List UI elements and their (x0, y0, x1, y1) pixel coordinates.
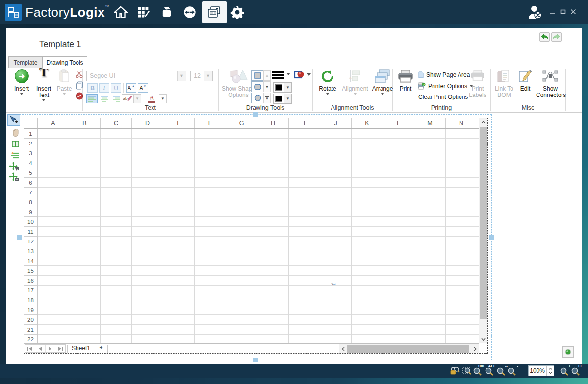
font-color-dropdown[interactable]: ▼ (159, 94, 167, 103)
row-header[interactable]: 12 (24, 237, 37, 246)
selection-handle-top[interactable] (253, 112, 258, 117)
zoom-100-button[interactable]: 100 (472, 365, 483, 376)
zoom-spin-buttons[interactable] (546, 366, 554, 376)
rotate-button[interactable]: Rotate (316, 69, 339, 96)
clear-print-options-button[interactable]: Clear Print Options (418, 94, 468, 100)
printer-options-button[interactable]: ? Printer Options (417, 82, 473, 90)
gallery-up-button[interactable]: ▲ (263, 70, 271, 81)
template-name-input[interactable]: Template 1 (33, 39, 181, 51)
add-sheet-button[interactable]: + (96, 344, 106, 351)
row-header[interactable]: 4 (24, 158, 37, 168)
selection-handle-left[interactable] (17, 235, 22, 240)
vertical-scroll-thumb[interactable] (480, 127, 487, 319)
cut-icon[interactable] (75, 70, 83, 79)
italic-button[interactable]: I (99, 83, 109, 93)
column-header[interactable]: C (101, 118, 132, 128)
font-size-combobox[interactable]: 12 ▼ (190, 71, 213, 81)
column-header[interactable]: L (383, 118, 414, 128)
minimize-button[interactable] (548, 8, 557, 17)
redo-button[interactable] (551, 32, 562, 42)
row-header[interactable]: 19 (24, 305, 37, 315)
column-header[interactable]: J (320, 118, 352, 128)
shape-fill-dropdown[interactable] (307, 73, 311, 78)
cell-grid[interactable] (38, 129, 479, 343)
insert-button[interactable]: ➜ Insert (11, 69, 32, 96)
vertical-scrollbar[interactable] (479, 118, 487, 343)
print-button[interactable]: Print (395, 69, 416, 92)
gallery-more-button[interactable]: ▼ (263, 93, 271, 103)
zoom-in-fast-button[interactable]: ++ (570, 365, 581, 376)
link-to-bom-button[interactable]: Link To BOM (493, 69, 515, 98)
column-header[interactable]: A (38, 118, 69, 128)
shape-square-button[interactable] (251, 70, 264, 81)
text-object[interactable]: Text (328, 283, 339, 286)
row-header[interactable]: 1 (24, 129, 37, 139)
shape-ellipse-button[interactable] (251, 93, 264, 103)
row-header[interactable]: 3 (24, 148, 37, 158)
font-name-combobox[interactable]: Segoe UI ▼ (86, 71, 186, 81)
row-header[interactable]: 16 (24, 276, 37, 286)
line-color-combobox[interactable]: ▼ (273, 82, 292, 93)
fill-color-combobox[interactable]: ▼ (273, 94, 292, 104)
scroll-up-button[interactable] (479, 118, 487, 126)
column-header[interactable]: B (69, 118, 101, 128)
align-right-button[interactable] (111, 94, 122, 103)
show-page-area-button[interactable]: Show Page Area (418, 71, 470, 78)
show-connectors-button[interactable]: Show Connectors (536, 69, 564, 98)
scroll-right-button[interactable] (471, 345, 479, 353)
select-all-corner[interactable] (24, 118, 38, 129)
move-cell-tool[interactable] (8, 171, 20, 182)
align-center-button[interactable] (99, 94, 110, 103)
row-header[interactable]: 14 (24, 256, 37, 266)
column-header[interactable]: I (289, 118, 320, 128)
home-icon[interactable] (113, 5, 128, 20)
templates-icon-active[interactable] (202, 1, 227, 23)
column-headers[interactable]: ABCDEFGHIJKLMN (38, 118, 479, 129)
sheet-tab[interactable]: Sheet1 (69, 345, 93, 352)
pointer-tool[interactable] (7, 114, 20, 126)
row-header[interactable]: 15 (24, 266, 37, 276)
user-logout-icon[interactable] (527, 5, 543, 20)
line-style-dropdown[interactable] (286, 73, 290, 77)
column-header[interactable]: K (352, 118, 383, 128)
zoom-out-button[interactable]: - (507, 365, 517, 376)
selection-handle-bottom[interactable] (253, 358, 258, 362)
prev-sheet-button[interactable] (35, 345, 46, 352)
highlight-button[interactable]: ab (122, 94, 133, 103)
edit-button[interactable]: Edit (516, 69, 534, 92)
scroll-left-button[interactable] (339, 345, 347, 353)
row-header[interactable]: 21 (24, 325, 37, 335)
alignment-button[interactable]: Alignment (341, 69, 369, 96)
row-header[interactable]: 17 (24, 286, 37, 295)
tab-drawing-tools[interactable]: Drawing Tools (42, 56, 87, 69)
column-header[interactable]: D (132, 118, 163, 128)
sync-icon[interactable] (182, 5, 197, 20)
font-color-button[interactable]: A (145, 94, 158, 103)
column-header[interactable]: N (446, 118, 477, 128)
zoom-lock-button[interactable] (449, 365, 460, 376)
data-stack-icon[interactable] (159, 5, 174, 20)
arrange-button[interactable]: Arrange (370, 69, 395, 96)
align-left-button[interactable] (86, 94, 98, 103)
row-header[interactable]: 10 (24, 217, 37, 227)
column-header[interactable]: E (163, 118, 195, 128)
row-header[interactable]: 7 (24, 188, 37, 197)
delete-icon[interactable] (75, 92, 83, 100)
scroll-down-button[interactable] (479, 335, 487, 343)
gallery-down-button[interactable]: ▼ (263, 81, 271, 92)
underline-button[interactable]: U (111, 83, 121, 93)
undo-button[interactable] (539, 32, 550, 42)
print-labels-button[interactable]: Print Labels (466, 69, 489, 98)
design-canvas[interactable]: ABCDEFGHIJKLMN 1234567891011121314151617… (6, 113, 582, 364)
row-header[interactable]: 22 (24, 335, 37, 343)
row-header[interactable]: 20 (24, 315, 37, 325)
bold-button[interactable]: B (87, 83, 98, 93)
line-style-button[interactable] (272, 71, 284, 79)
next-sheet-button[interactable] (46, 345, 56, 352)
settings-icon[interactable] (230, 5, 245, 20)
spreadsheet-object[interactable]: ABCDEFGHIJKLMN 1234567891011121314151617… (24, 118, 488, 354)
zoom-selection-button[interactable] (462, 365, 473, 376)
row-header[interactable]: 11 (24, 227, 37, 237)
move-shape-tool[interactable] (8, 161, 20, 171)
maximize-button[interactable] (559, 8, 567, 17)
